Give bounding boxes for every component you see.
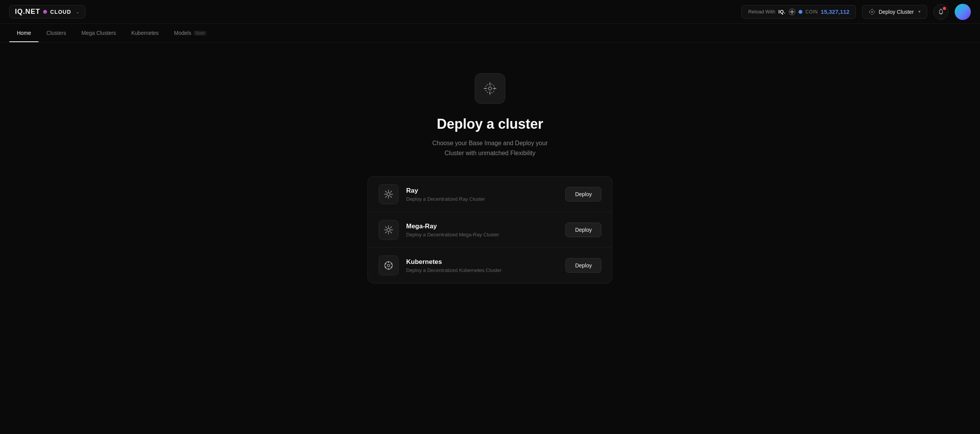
- nav-home-label: Home: [17, 30, 31, 36]
- svg-line-31: [385, 227, 387, 228]
- nav-item-clusters[interactable]: Clusters: [39, 24, 74, 42]
- avatar-image: [955, 4, 971, 20]
- mega-ray-deploy-button[interactable]: Deploy: [565, 223, 601, 237]
- deploy-hero-icon-container: [475, 73, 505, 104]
- logo-button[interactable]: IQ.NET CLOUD ⌄: [9, 5, 85, 18]
- cluster-cards-container: Ray Deploy a Decentralized Ray Cluster D…: [368, 176, 612, 283]
- notification-button[interactable]: [933, 4, 949, 20]
- iq-logo-icon: [789, 8, 795, 15]
- reload-section: Reload With IQ. COIN 15,327,112: [742, 5, 856, 19]
- mega-ray-card-desc: Deploy a Decentralized Mega-Ray Cluster: [406, 232, 558, 237]
- svg-point-12: [488, 87, 492, 90]
- coin-label: COIN: [805, 9, 818, 15]
- svg-line-25: [385, 196, 387, 197]
- svg-point-36: [387, 264, 390, 267]
- ray-card-desc: Deploy a Decentralized Ray Cluster: [406, 196, 558, 202]
- deploy-cluster-label: Deploy Cluster: [879, 9, 914, 15]
- nav-mega-clusters-label: Mega Clusters: [82, 30, 116, 36]
- kubernetes-card-desc: Deploy a Decentralized Kubernetes Cluste…: [406, 267, 558, 273]
- nav-item-models[interactable]: Models Soon: [167, 24, 214, 42]
- logo-dot-icon: [43, 10, 47, 14]
- logo-cloud-label: CLOUD: [50, 9, 71, 15]
- svg-point-10: [955, 4, 971, 20]
- header-right: Reload With IQ. COIN 15,327,112: [742, 4, 971, 20]
- svg-rect-37: [388, 261, 389, 263]
- coin-amount: 15,327,112: [821, 8, 849, 15]
- reload-label: Reload With: [748, 9, 775, 15]
- ray-card-info: Ray Deploy a Decentralized Ray Cluster: [406, 187, 558, 202]
- svg-line-22: [385, 191, 387, 192]
- main-content: Deploy a cluster Choose your Base Image …: [0, 43, 980, 299]
- kubernetes-card-name: Kubernetes: [406, 258, 558, 266]
- models-soon-badge: Soon: [194, 31, 206, 36]
- ray-card-name: Ray: [406, 187, 558, 195]
- svg-point-26: [387, 228, 390, 231]
- svg-point-4: [871, 11, 873, 13]
- ray-icon-container: [379, 184, 399, 204]
- nav-item-mega-clusters[interactable]: Mega Clusters: [74, 24, 124, 42]
- mega-ray-card-name: Mega-Ray: [406, 223, 558, 230]
- svg-line-32: [390, 232, 392, 233]
- ray-deploy-button[interactable]: Deploy: [565, 187, 601, 201]
- nav-clusters-label: Clusters: [46, 30, 66, 36]
- kubernetes-icon: [383, 260, 394, 271]
- nav-models-label: Models: [174, 30, 191, 36]
- svg-rect-40: [388, 268, 389, 270]
- nav-kubernetes-label: Kubernetes: [131, 30, 159, 36]
- kubernetes-deploy-button[interactable]: Deploy: [565, 258, 601, 273]
- nav-item-kubernetes[interactable]: Kubernetes: [124, 24, 167, 42]
- deploy-cluster-chevron-icon: ▾: [918, 9, 921, 14]
- header-left: IQ.NET CLOUD ⌄: [9, 5, 85, 18]
- mega-ray-card-info: Mega-Ray Deploy a Decentralized Mega-Ray…: [406, 223, 558, 237]
- subtitle-line2: Cluster with unmatched Flexibility: [444, 150, 535, 156]
- cluster-card-kubernetes: Kubernetes Deploy a Decentralized Kubern…: [368, 248, 612, 283]
- logo-chevron-icon: ⌄: [76, 9, 80, 15]
- subtitle-line1: Choose your Base Image and Deploy your: [432, 140, 548, 146]
- notification-badge: [943, 7, 946, 10]
- svg-line-23: [390, 196, 392, 197]
- cluster-card-mega-ray: Mega-Ray Deploy a Decentralized Mega-Ray…: [368, 212, 612, 248]
- svg-line-24: [390, 191, 392, 192]
- logo-brand: IQ.NET: [15, 8, 40, 16]
- svg-line-34: [385, 232, 387, 233]
- mega-ray-icon: [383, 224, 394, 235]
- deploy-hero-icon: [482, 81, 498, 96]
- deploy-cluster-icon: [869, 8, 875, 15]
- avatar[interactable]: [955, 4, 971, 20]
- deploy-cluster-button[interactable]: Deploy Cluster ▾: [862, 5, 927, 19]
- kubernetes-icon-container: [379, 255, 399, 275]
- nav-item-home[interactable]: Home: [9, 24, 39, 42]
- kubernetes-card-info: Kubernetes Deploy a Decentralized Kubern…: [406, 258, 558, 273]
- page-subtitle: Choose your Base Image and Deploy your C…: [432, 138, 548, 158]
- ray-icon: [383, 189, 394, 200]
- svg-point-17: [387, 193, 390, 196]
- page-title: Deploy a cluster: [437, 116, 543, 132]
- header: IQ.NET CLOUD ⌄ Reload With IQ. COIN 15,3…: [0, 0, 980, 24]
- coin-dot-icon: [799, 10, 802, 14]
- mega-ray-icon-container: [379, 220, 399, 240]
- reload-brand: IQ.: [778, 9, 786, 15]
- cluster-card-ray: Ray Deploy a Decentralized Ray Cluster D…: [368, 177, 612, 212]
- navigation: Home Clusters Mega Clusters Kubernetes M…: [0, 24, 980, 43]
- svg-line-33: [390, 227, 392, 228]
